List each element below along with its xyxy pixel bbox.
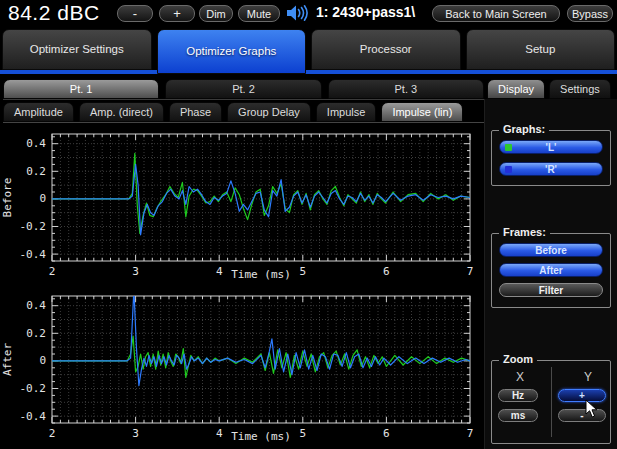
- point-tab-bar: Pt. 1 Pt. 2 Pt. 3: [3, 79, 484, 100]
- tab-processor[interactable]: Processor: [311, 29, 461, 70]
- speaker-on-icon: [286, 4, 308, 22]
- svg-text:5: 5: [299, 427, 306, 440]
- graph-type-tab-bar: Amplitude Amp. (direct) Phase Group Dela…: [3, 102, 484, 123]
- zoom-y-label: Y: [584, 370, 592, 384]
- frames-section-title: Frames:: [499, 226, 550, 238]
- svg-text:6: 6: [383, 265, 390, 278]
- channel-r-label: 'R': [545, 164, 557, 175]
- svg-text:4: 4: [216, 265, 223, 278]
- svg-text:3: 3: [132, 265, 139, 278]
- svg-text:Time (ms): Time (ms): [231, 268, 291, 281]
- frame-before-toggle[interactable]: Before: [499, 243, 603, 257]
- frame-after-toggle[interactable]: After: [499, 263, 603, 277]
- dim-button[interactable]: Dim: [199, 5, 233, 22]
- svg-text:7: 7: [467, 265, 474, 278]
- zoom-divider: [551, 367, 552, 437]
- before-impulse-chart: 0.40.20-0.2-0.4234567Time (ms)Before: [0, 125, 484, 287]
- tab-optimizer-settings[interactable]: Optimizer Settings: [2, 29, 152, 70]
- channel-r-indicator: [505, 166, 512, 173]
- svg-text:6: 6: [383, 427, 390, 440]
- main-tab-bar: Optimizer Settings Optimizer Graphs Proc…: [2, 29, 615, 74]
- channel-l-toggle[interactable]: 'L': [499, 140, 603, 154]
- svg-text:Time (ms): Time (ms): [231, 430, 291, 443]
- tab-optimizer-graphs[interactable]: Optimizer Graphs: [157, 29, 307, 74]
- channel-l-indicator: [505, 144, 512, 151]
- zoom-x-ms-button[interactable]: ms: [498, 409, 538, 422]
- svg-text:2: 2: [49, 427, 56, 440]
- zoom-section-title: Zoom: [499, 353, 537, 365]
- svg-text:0: 0: [39, 192, 46, 205]
- back-to-main-screen-button[interactable]: Back to Main Screen: [432, 5, 560, 22]
- tab-settings[interactable]: Settings: [549, 79, 611, 99]
- zoom-x-label: X: [516, 370, 524, 384]
- zoom-section: Zoom X Y Hz ms + -: [491, 360, 611, 444]
- volume-down-button[interactable]: -: [117, 5, 153, 22]
- svg-text:0: 0: [39, 354, 46, 367]
- preset-name: 1: 2430+pass1\: [316, 4, 415, 20]
- svg-text:0.4: 0.4: [26, 137, 46, 150]
- svg-text:-0.4: -0.4: [20, 248, 47, 261]
- svg-text:-0.2: -0.2: [20, 220, 47, 233]
- svg-text:After: After: [1, 343, 14, 376]
- svg-text:0.2: 0.2: [26, 165, 46, 178]
- optimizer-app-window: 84.2 dBC - + Dim Mute 1: 2430+pass1\ Bac…: [0, 0, 617, 449]
- svg-text:3: 3: [132, 427, 139, 440]
- mouse-cursor: [585, 399, 599, 419]
- bypass-button[interactable]: Bypass: [567, 5, 613, 22]
- volume-readout: 84.2 dBC: [8, 1, 100, 25]
- tab-amp-direct[interactable]: Amp. (direct): [79, 102, 164, 122]
- tab-pt-2[interactable]: Pt. 2: [165, 79, 321, 99]
- tab-impulse[interactable]: Impulse: [316, 102, 377, 122]
- panel-tab-bar: Display Settings: [487, 79, 611, 100]
- svg-text:Before: Before: [1, 178, 14, 218]
- frames-section: Frames: Before After Filter: [491, 233, 611, 308]
- svg-text:0.2: 0.2: [26, 327, 46, 340]
- tab-pt-3[interactable]: Pt. 3: [328, 79, 484, 99]
- svg-text:4: 4: [216, 427, 223, 440]
- top-bar: 84.2 dBC - + Dim Mute 1: 2430+pass1\ Bac…: [0, 0, 617, 28]
- svg-text:-0.4: -0.4: [20, 410, 47, 423]
- mute-button[interactable]: Mute: [238, 5, 280, 22]
- tab-setup[interactable]: Setup: [466, 29, 616, 70]
- channel-l-label: 'L': [546, 142, 557, 153]
- graphs-section: Graphs: 'L' 'R': [491, 130, 611, 186]
- frame-filter-toggle[interactable]: Filter: [499, 283, 603, 297]
- svg-text:-0.2: -0.2: [20, 382, 47, 395]
- svg-text:5: 5: [299, 265, 306, 278]
- tab-group-delay[interactable]: Group Delay: [227, 102, 311, 122]
- graphs-section-title: Graphs:: [499, 123, 549, 135]
- after-impulse-chart: 0.40.20-0.2-0.4234567Time (ms)After: [0, 287, 484, 449]
- tab-phase[interactable]: Phase: [169, 102, 222, 122]
- display-panel: Graphs: 'L' 'R' Frames: Before After Fil…: [484, 99, 617, 449]
- tab-display[interactable]: Display: [487, 79, 545, 99]
- tab-impulse-lin[interactable]: Impulse (lin): [381, 102, 463, 122]
- tab-amplitude[interactable]: Amplitude: [3, 102, 74, 122]
- svg-text:0.4: 0.4: [26, 299, 46, 312]
- volume-up-button[interactable]: +: [159, 5, 195, 22]
- tab-pt-1[interactable]: Pt. 1: [3, 79, 159, 99]
- channel-r-toggle[interactable]: 'R': [499, 162, 603, 176]
- chart-area: 0.40.20-0.2-0.4234567Time (ms)Before 0.4…: [0, 124, 484, 449]
- svg-text:2: 2: [49, 265, 56, 278]
- zoom-x-hz-button[interactable]: Hz: [498, 389, 538, 402]
- svg-text:7: 7: [467, 427, 474, 440]
